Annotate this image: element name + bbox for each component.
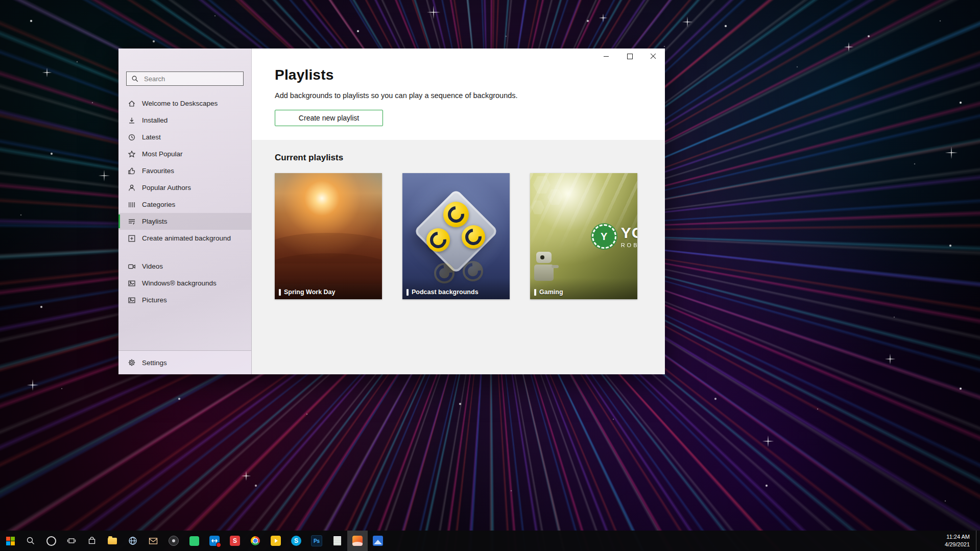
taskbar-app-mail[interactable] (143, 531, 163, 551)
home-icon (127, 99, 136, 108)
maximize-button[interactable] (618, 49, 641, 64)
store-bag-icon (87, 536, 97, 545)
logo-text: YOS (621, 225, 637, 241)
sidebar-item-most-popular[interactable]: Most Popular (118, 146, 251, 162)
sidebar-item-categories[interactable]: Categories (118, 196, 251, 213)
sidebar-item-windows-backgrounds[interactable]: Windows® backgrounds (118, 275, 251, 292)
taskbar-app-dark[interactable] (163, 531, 184, 551)
current-playlists-section: Current playlists Spring Work Day (252, 140, 665, 374)
playlist-card-label: Gaming (534, 289, 563, 296)
taskbar-app-red-s[interactable]: S (225, 531, 245, 551)
taskbar-app-photos[interactable] (368, 531, 388, 551)
taskbar-clock[interactable]: 11:24 AM 4/29/2021 (940, 533, 976, 549)
teamviewer-icon (209, 536, 220, 546)
sidebar-item-videos[interactable]: Videos (118, 258, 251, 275)
sidebar-item-pictures[interactable]: Pictures (118, 292, 251, 308)
playlist-card-title: Podcast backgrounds (412, 289, 479, 296)
globe-icon (128, 536, 137, 545)
taskbar-app-store[interactable] (82, 531, 102, 551)
search-icon (26, 536, 35, 545)
window-controls (594, 49, 665, 64)
taskbar-app-green[interactable] (184, 531, 204, 551)
sidebar-item-create-animated-background[interactable]: Create animated background (118, 230, 251, 247)
taskbar: S S Ps 1 (0, 531, 980, 551)
taskbar-app-skype[interactable]: S (286, 531, 306, 551)
task-view-button[interactable] (61, 531, 82, 551)
sidebar-item-label: Latest (142, 133, 161, 141)
taskbar-app-chrome[interactable] (245, 531, 266, 551)
video-camera-icon (127, 262, 136, 271)
wallpaper-stars (0, 0, 1, 1)
playlist-card-spring-work-day[interactable]: Spring Work Day (275, 173, 382, 299)
deskscapes-window: Welcome to Deskscapes Installed Latest M… (118, 49, 665, 374)
taskbar-search-button[interactable] (20, 531, 41, 551)
clock-icon (127, 133, 136, 141)
show-desktop-button[interactable] (976, 531, 980, 551)
sidebar-item-installed[interactable]: Installed (118, 112, 251, 129)
taskbar-apps: S S Ps (0, 531, 388, 551)
logo-text-block: YOS ROBOT (621, 225, 637, 248)
photoshop-icon: Ps (311, 535, 322, 546)
playlist-card-title: Gaming (539, 289, 563, 296)
robot-eye (540, 255, 544, 259)
desktop: Welcome to Deskscapes Installed Latest M… (0, 0, 980, 551)
sidebar-item-label: Popular Authors (142, 184, 191, 191)
cortana-icon (46, 536, 56, 546)
sidebar-item-label: Most Popular (142, 150, 183, 158)
search-box[interactable] (126, 71, 244, 86)
person-icon (127, 183, 136, 192)
taskbar-app-yellow[interactable] (266, 531, 286, 551)
coin-reflection-icon (434, 263, 455, 283)
gear-logo-icon: Y (592, 224, 616, 249)
notepad-icon (333, 536, 341, 545)
sidebar-item-popular-authors[interactable]: Popular Authors (118, 179, 251, 196)
taskbar-app-photoshop[interactable]: Ps (306, 531, 327, 551)
sidebar-item-latest[interactable]: Latest (118, 129, 251, 146)
add-square-icon (127, 234, 136, 243)
sidebar-item-playlists[interactable]: Playlists (118, 213, 251, 230)
settings-button[interactable]: Settings (118, 350, 251, 374)
taskbar-app-browser[interactable] (123, 531, 143, 551)
start-button[interactable] (0, 531, 20, 551)
create-new-playlist-button[interactable]: Create new playlist (275, 110, 383, 126)
robot-body (534, 265, 554, 281)
playlist-marker-icon (279, 289, 281, 296)
page-title: Playlists (275, 67, 642, 83)
photos-icon (373, 536, 383, 546)
green-app-icon (189, 536, 199, 546)
windows-logo-icon (6, 537, 15, 545)
minimize-button[interactable] (594, 49, 618, 64)
playlist-card-gaming[interactable]: Y YOS ROBOT (530, 173, 637, 299)
search-icon (131, 75, 139, 83)
playlist-card-podcast-backgrounds[interactable]: Podcast backgrounds (402, 173, 510, 299)
section-heading-current-playlists: Current playlists (275, 152, 642, 163)
settings-label: Settings (142, 359, 167, 367)
dark-app-icon (169, 536, 179, 546)
sidebar-item-label: Videos (142, 262, 163, 270)
sidebar-item-favourites[interactable]: Favourites (118, 162, 251, 179)
skype-icon: S (291, 536, 301, 546)
task-view-icon (67, 536, 76, 545)
playlist-card-label: Spring Work Day (279, 289, 335, 296)
page-description: Add backgrounds to playlists so you can … (275, 91, 642, 100)
cortana-button[interactable] (41, 531, 61, 551)
coin-reflection-icon (463, 261, 483, 281)
close-button[interactable] (641, 49, 665, 64)
taskbar-app-teamviewer[interactable] (204, 531, 225, 551)
sidebar-item-welcome[interactable]: Welcome to Deskscapes (118, 95, 251, 112)
taskbar-app-deskscapes[interactable] (347, 531, 368, 551)
taskbar-app-notes[interactable] (327, 531, 347, 551)
search-input[interactable] (143, 75, 239, 83)
coin-icon (443, 202, 469, 227)
playlist-card-label: Podcast backgrounds (407, 289, 479, 296)
folder-icon (108, 538, 117, 544)
categories-icon (127, 200, 136, 209)
notification-badge (216, 542, 221, 547)
system-tray: 11:24 AM 4/29/2021 (940, 531, 980, 551)
taskbar-app-file-explorer[interactable] (102, 531, 123, 551)
playlist-icon (127, 217, 136, 226)
sidebar-item-label: Pictures (142, 296, 167, 304)
minimize-icon (604, 56, 609, 57)
sidebar: Welcome to Deskscapes Installed Latest M… (118, 49, 252, 374)
playlist-card-grid: Spring Work Day Podcast backgroun (275, 173, 642, 299)
